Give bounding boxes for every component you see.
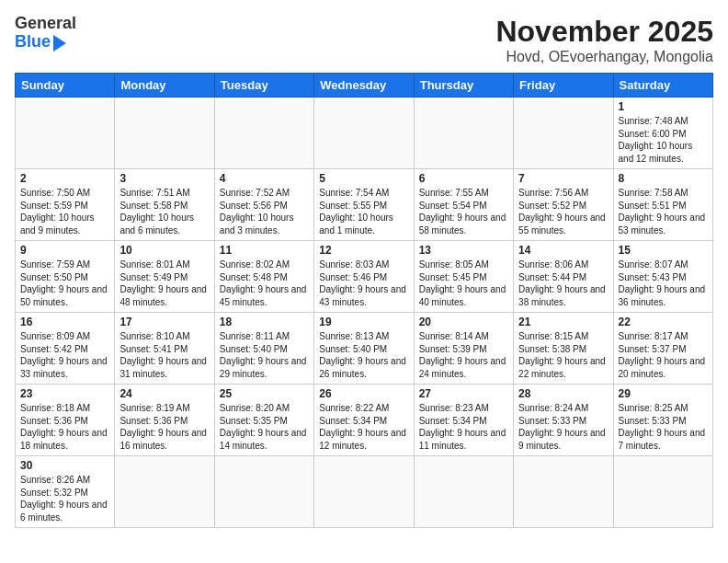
cell-date-number: 6 bbox=[419, 172, 508, 185]
cell-date-number: 29 bbox=[619, 387, 708, 400]
calendar-cell: 7Sunrise: 7:56 AM Sunset: 5:52 PM Daylig… bbox=[514, 169, 613, 241]
calendar-cell: 1Sunrise: 7:48 AM Sunset: 6:00 PM Daylig… bbox=[613, 98, 712, 169]
cell-date-number: 20 bbox=[419, 316, 508, 328]
calendar-cell: 25Sunrise: 8:20 AM Sunset: 5:35 PM Dayli… bbox=[214, 385, 313, 456]
calendar-cell bbox=[514, 98, 613, 169]
cell-sun-info: Sunrise: 8:14 AM Sunset: 5:39 PM Dayligh… bbox=[419, 330, 508, 380]
calendar-cell bbox=[514, 456, 613, 528]
cell-date-number: 23 bbox=[20, 387, 109, 400]
cell-date-number: 26 bbox=[319, 387, 408, 400]
cell-sun-info: Sunrise: 8:18 AM Sunset: 5:36 PM Dayligh… bbox=[20, 402, 109, 452]
week-row-3: 16Sunrise: 8:09 AM Sunset: 5:42 PM Dayli… bbox=[16, 313, 713, 385]
calendar-table: SundayMondayTuesdayWednesdayThursdayFrid… bbox=[15, 73, 713, 528]
cell-date-number: 27 bbox=[419, 387, 508, 400]
weekday-thursday: Thursday bbox=[414, 74, 513, 98]
calendar-cell bbox=[414, 98, 513, 169]
calendar-cell: 23Sunrise: 8:18 AM Sunset: 5:36 PM Dayli… bbox=[16, 385, 115, 456]
week-row-0: 1Sunrise: 7:48 AM Sunset: 6:00 PM Daylig… bbox=[16, 98, 713, 169]
cell-sun-info: Sunrise: 7:50 AM Sunset: 5:59 PM Dayligh… bbox=[20, 187, 109, 236]
cell-sun-info: Sunrise: 8:03 AM Sunset: 5:46 PM Dayligh… bbox=[319, 259, 408, 308]
cell-date-number: 17 bbox=[119, 316, 209, 328]
cell-sun-info: Sunrise: 8:19 AM Sunset: 5:36 PM Dayligh… bbox=[119, 402, 209, 452]
week-row-4: 23Sunrise: 8:18 AM Sunset: 5:36 PM Dayli… bbox=[16, 385, 713, 456]
cell-sun-info: Sunrise: 8:20 AM Sunset: 5:35 PM Dayligh… bbox=[220, 402, 309, 452]
header: General Blue November 2025 Hovd, OEvoerh… bbox=[15, 15, 713, 65]
calendar-cell: 10Sunrise: 8:01 AM Sunset: 5:49 PM Dayli… bbox=[115, 241, 214, 313]
cell-sun-info: Sunrise: 8:23 AM Sunset: 5:34 PM Dayligh… bbox=[419, 402, 508, 452]
calendar-cell: 5Sunrise: 7:54 AM Sunset: 5:55 PM Daylig… bbox=[314, 169, 414, 241]
cell-sun-info: Sunrise: 8:02 AM Sunset: 5:48 PM Dayligh… bbox=[220, 259, 309, 308]
calendar-cell: 26Sunrise: 8:22 AM Sunset: 5:34 PM Dayli… bbox=[314, 385, 414, 456]
logo: General Blue bbox=[15, 15, 76, 52]
calendar-cell: 18Sunrise: 8:11 AM Sunset: 5:40 PM Dayli… bbox=[214, 313, 313, 385]
calendar-cell: 27Sunrise: 8:23 AM Sunset: 5:34 PM Dayli… bbox=[414, 385, 513, 456]
cell-sun-info: Sunrise: 7:52 AM Sunset: 5:56 PM Dayligh… bbox=[220, 187, 309, 236]
title-area: November 2025 Hovd, OEvoerhangay, Mongol… bbox=[495, 15, 713, 65]
cell-date-number: 15 bbox=[619, 244, 708, 257]
calendar-cell: 21Sunrise: 8:15 AM Sunset: 5:38 PM Dayli… bbox=[514, 313, 613, 385]
cell-sun-info: Sunrise: 8:26 AM Sunset: 5:32 PM Dayligh… bbox=[20, 474, 109, 523]
cell-sun-info: Sunrise: 8:22 AM Sunset: 5:34 PM Dayligh… bbox=[319, 402, 408, 452]
cell-sun-info: Sunrise: 7:54 AM Sunset: 5:55 PM Dayligh… bbox=[319, 187, 408, 236]
calendar-cell: 11Sunrise: 8:02 AM Sunset: 5:48 PM Dayli… bbox=[214, 241, 313, 313]
cell-sun-info: Sunrise: 8:13 AM Sunset: 5:40 PM Dayligh… bbox=[319, 330, 408, 380]
cell-sun-info: Sunrise: 7:55 AM Sunset: 5:54 PM Dayligh… bbox=[419, 187, 508, 236]
cell-date-number: 11 bbox=[220, 244, 309, 257]
calendar-cell: 20Sunrise: 8:14 AM Sunset: 5:39 PM Dayli… bbox=[414, 313, 513, 385]
calendar-cell: 13Sunrise: 8:05 AM Sunset: 5:45 PM Dayli… bbox=[414, 241, 513, 313]
calendar-cell: 4Sunrise: 7:52 AM Sunset: 5:56 PM Daylig… bbox=[214, 169, 313, 241]
weekday-sunday: Sunday bbox=[16, 74, 115, 98]
weekday-tuesday: Tuesday bbox=[214, 74, 313, 98]
calendar-cell: 12Sunrise: 8:03 AM Sunset: 5:46 PM Dayli… bbox=[314, 241, 414, 313]
cell-date-number: 22 bbox=[619, 316, 708, 328]
calendar-cell: 3Sunrise: 7:51 AM Sunset: 5:58 PM Daylig… bbox=[115, 169, 214, 241]
cell-date-number: 5 bbox=[319, 172, 408, 185]
cell-date-number: 4 bbox=[220, 172, 309, 185]
week-row-2: 9Sunrise: 7:59 AM Sunset: 5:50 PM Daylig… bbox=[16, 241, 713, 313]
calendar-cell: 8Sunrise: 7:58 AM Sunset: 5:51 PM Daylig… bbox=[613, 169, 712, 241]
calendar-cell: 2Sunrise: 7:50 AM Sunset: 5:59 PM Daylig… bbox=[16, 169, 115, 241]
cell-sun-info: Sunrise: 7:59 AM Sunset: 5:50 PM Dayligh… bbox=[20, 259, 109, 308]
cell-sun-info: Sunrise: 8:11 AM Sunset: 5:40 PM Dayligh… bbox=[220, 330, 309, 380]
calendar-cell bbox=[115, 98, 214, 169]
cell-sun-info: Sunrise: 8:24 AM Sunset: 5:33 PM Dayligh… bbox=[518, 402, 608, 452]
cell-sun-info: Sunrise: 8:25 AM Sunset: 5:33 PM Dayligh… bbox=[619, 402, 708, 452]
cell-sun-info: Sunrise: 8:05 AM Sunset: 5:45 PM Dayligh… bbox=[419, 259, 508, 308]
cell-date-number: 8 bbox=[619, 172, 708, 185]
cell-date-number: 18 bbox=[220, 316, 309, 328]
cell-date-number: 21 bbox=[518, 316, 608, 328]
calendar-cell bbox=[613, 456, 712, 528]
calendar-cell: 16Sunrise: 8:09 AM Sunset: 5:42 PM Dayli… bbox=[16, 313, 115, 385]
cell-date-number: 2 bbox=[20, 172, 109, 185]
cell-sun-info: Sunrise: 7:58 AM Sunset: 5:51 PM Dayligh… bbox=[619, 187, 708, 236]
calendar-cell: 30Sunrise: 8:26 AM Sunset: 5:32 PM Dayli… bbox=[16, 456, 115, 528]
cell-date-number: 3 bbox=[119, 172, 209, 185]
calendar-cell: 14Sunrise: 8:06 AM Sunset: 5:44 PM Dayli… bbox=[514, 241, 613, 313]
cell-sun-info: Sunrise: 8:07 AM Sunset: 5:43 PM Dayligh… bbox=[619, 259, 708, 308]
cell-date-number: 13 bbox=[419, 244, 508, 257]
cell-sun-info: Sunrise: 8:15 AM Sunset: 5:38 PM Dayligh… bbox=[518, 330, 608, 380]
calendar-cell: 19Sunrise: 8:13 AM Sunset: 5:40 PM Dayli… bbox=[314, 313, 414, 385]
cell-date-number: 7 bbox=[518, 172, 608, 185]
cell-sun-info: Sunrise: 8:10 AM Sunset: 5:41 PM Dayligh… bbox=[119, 330, 209, 380]
cell-sun-info: Sunrise: 7:48 AM Sunset: 6:00 PM Dayligh… bbox=[619, 115, 708, 165]
cell-sun-info: Sunrise: 8:09 AM Sunset: 5:42 PM Dayligh… bbox=[20, 330, 109, 380]
cell-date-number: 19 bbox=[319, 316, 408, 328]
calendar-cell: 15Sunrise: 8:07 AM Sunset: 5:43 PM Dayli… bbox=[613, 241, 712, 313]
cell-date-number: 10 bbox=[119, 244, 209, 257]
week-row-1: 2Sunrise: 7:50 AM Sunset: 5:59 PM Daylig… bbox=[16, 169, 713, 241]
calendar-title: November 2025 bbox=[495, 15, 713, 49]
cell-date-number: 14 bbox=[518, 244, 608, 257]
calendar-cell: 24Sunrise: 8:19 AM Sunset: 5:36 PM Dayli… bbox=[115, 385, 214, 456]
cell-date-number: 28 bbox=[518, 387, 608, 400]
calendar-cell bbox=[214, 456, 313, 528]
cell-date-number: 16 bbox=[20, 316, 109, 328]
calendar-cell bbox=[314, 456, 414, 528]
logo-blue: Blue bbox=[15, 33, 51, 52]
calendar-cell bbox=[214, 98, 313, 169]
cell-sun-info: Sunrise: 8:17 AM Sunset: 5:37 PM Dayligh… bbox=[619, 330, 708, 380]
calendar-cell: 29Sunrise: 8:25 AM Sunset: 5:33 PM Dayli… bbox=[613, 385, 712, 456]
cell-date-number: 12 bbox=[319, 244, 408, 257]
calendar-cell: 17Sunrise: 8:10 AM Sunset: 5:41 PM Dayli… bbox=[115, 313, 214, 385]
calendar-subtitle: Hovd, OEvoerhangay, Mongolia bbox=[495, 49, 713, 65]
